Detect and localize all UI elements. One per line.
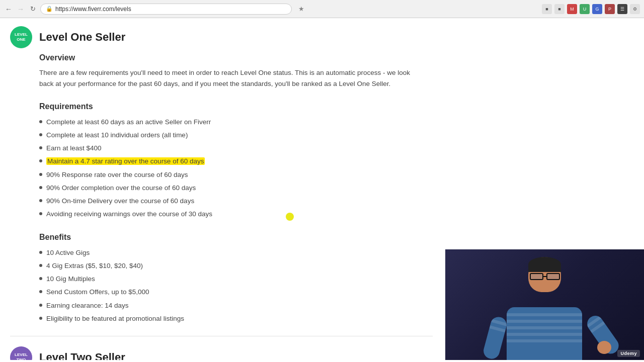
benefit-item: Eligibility to be featured at promotiona… (39, 314, 433, 324)
bullet-icon (39, 146, 42, 149)
benefit-item: 10 Active Gigs (39, 248, 433, 258)
req-item: 90% Response rate over the course of 60 … (39, 170, 433, 180)
requirements-list: Complete at least 60 days as an active S… (39, 117, 433, 220)
page-content: LEVEL ONE Level One Seller Overview Ther… (0, 18, 644, 360)
section-divider (10, 336, 433, 336)
star-icon[interactable]: ★ (297, 5, 306, 14)
bullet-icon (39, 186, 42, 189)
req-item: Complete at least 10 individual orders (… (39, 130, 433, 140)
address-bar[interactable]: 🔒 https://www.fiverr.com/levels (40, 4, 292, 15)
bullet-icon (39, 120, 42, 123)
level-two-title: Level Two Seller (39, 351, 125, 360)
benefits-list: 10 Active Gigs 4 Gig Extras ($5, $10, $2… (39, 248, 433, 324)
overview-text: There are a few requirements you'll need… (39, 67, 417, 90)
requirements-heading: Requirements (39, 102, 433, 111)
ext-icon-5[interactable]: G (592, 4, 602, 14)
ext-icon-1[interactable]: ■ (542, 4, 552, 14)
level-one-badge: LEVEL ONE (10, 26, 32, 48)
overview-heading: Overview (39, 53, 433, 62)
level-two-badge: LEVEL TWO (10, 346, 32, 360)
bullet-icon (39, 133, 42, 136)
bullet-icon (39, 317, 42, 320)
bullet-icon (39, 199, 42, 202)
bullet-icon (39, 212, 42, 215)
req-item: Complete at least 60 days as an active S… (39, 117, 433, 127)
req-item-highlighted: Maintain a 4.7 star rating over the cour… (39, 156, 433, 166)
benefits-section: Benefits 10 Active Gigs 4 Gig Extras ($5… (39, 233, 433, 324)
bullet-icon (39, 251, 42, 254)
bullet-icon (39, 159, 42, 162)
ext-icon-8[interactable]: ⚙ (630, 4, 640, 14)
udemy-badge: Udemy (617, 350, 640, 357)
bullet-icon (39, 264, 42, 267)
ext-icon-4[interactable]: U (580, 4, 590, 14)
requirements-section: Requirements Complete at least 60 days a… (39, 102, 433, 220)
person-hair (528, 257, 561, 272)
forward-button[interactable]: → (16, 5, 25, 14)
reload-button[interactable]: ↻ (28, 5, 37, 14)
person-arm-left (482, 315, 509, 360)
level-one-title: Level One Seller (39, 31, 125, 44)
ext-icon-2[interactable]: ■ (554, 4, 565, 14)
person-body (507, 307, 582, 360)
bullet-icon (39, 290, 42, 293)
back-button[interactable]: ← (4, 5, 13, 14)
req-item: Earn at least $400 (39, 143, 433, 153)
bullet-icon (39, 304, 42, 307)
ext-icon-6[interactable]: P (605, 4, 615, 14)
url-text: https://www.fiverr.com/levels (55, 6, 131, 13)
benefit-item: 4 Gig Extras ($5, $10, $20, $40) (39, 261, 433, 271)
req-item: Avoiding receiving warnings over the cou… (39, 209, 433, 219)
person-glasses (530, 273, 560, 281)
benefit-item: 10 Gig Multiples (39, 274, 433, 284)
ext-icon-3[interactable]: M (567, 4, 577, 14)
cursor-indicator (286, 213, 294, 221)
person-hand-right (597, 341, 611, 354)
benefits-heading: Benefits (39, 233, 433, 242)
req-item: 90% On-time Delivery over the course of … (39, 196, 433, 206)
req-item: 90% Order completion over the course of … (39, 183, 433, 193)
bullet-icon (39, 277, 42, 280)
ext-icon-7[interactable]: ☰ (617, 4, 627, 14)
bullet-icon (39, 173, 42, 176)
benefit-item: Send Custom Offers, up to $5,000 (39, 287, 433, 297)
browser-bar: ← → ↻ 🔒 https://www.fiverr.com/levels ★ … (0, 0, 644, 18)
video-overlay: Udemy (445, 249, 644, 360)
benefit-item: Earning clearance: 14 days (39, 301, 433, 311)
lock-icon: 🔒 (46, 6, 53, 12)
